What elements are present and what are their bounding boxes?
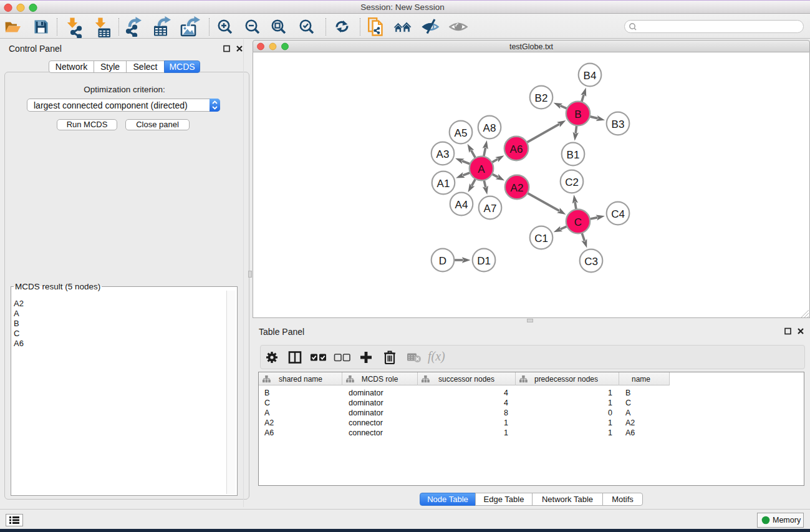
svg-text:C1: C1	[534, 233, 548, 244]
svg-text:C: C	[574, 216, 582, 228]
svg-text:A6: A6	[510, 143, 523, 155]
svg-text:B: B	[574, 109, 581, 120]
svg-text:B2: B2	[535, 92, 548, 104]
svg-text:A3: A3	[436, 148, 450, 160]
svg-text:B1: B1	[567, 149, 580, 161]
svg-text:A5: A5	[455, 127, 468, 139]
svg-text:B3: B3	[612, 118, 625, 130]
svg-text:D1: D1	[477, 255, 491, 267]
svg-text:A: A	[478, 163, 485, 175]
svg-text:C2: C2	[565, 177, 579, 188]
svg-text:A7: A7	[484, 203, 497, 215]
svg-text:A8: A8	[483, 122, 496, 134]
svg-text:C4: C4	[611, 208, 625, 220]
svg-text:A2: A2	[511, 182, 524, 194]
svg-text:A1: A1	[437, 178, 450, 190]
svg-text:B4: B4	[584, 70, 597, 82]
svg-text:D: D	[439, 255, 446, 267]
svg-text:A4: A4	[455, 199, 468, 211]
svg-text:C3: C3	[584, 256, 598, 268]
